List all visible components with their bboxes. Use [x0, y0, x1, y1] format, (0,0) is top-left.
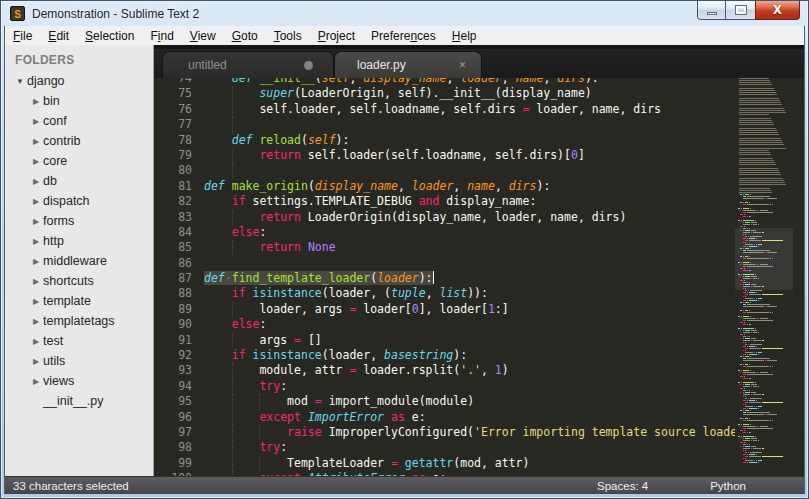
sidebar-item-http[interactable]: ▶http: [5, 231, 153, 251]
line-content: def·find_template_loader(loader):: [204, 271, 434, 286]
code-line-84[interactable]: 84 else:: [154, 225, 735, 240]
triangle-right-icon[interactable]: ▶: [29, 257, 43, 266]
sidebar-item-shortcuts[interactable]: ▶shortcuts: [5, 271, 153, 291]
sidebar-item-middleware[interactable]: ▶middleware: [5, 251, 153, 271]
line-number: 77: [154, 117, 204, 132]
tab-loader-py[interactable]: loader.py×: [334, 51, 482, 78]
sidebar-item-dispatch[interactable]: ▶dispatch: [5, 191, 153, 211]
triangle-right-icon[interactable]: ▶: [29, 377, 43, 386]
code-line-98[interactable]: 98 try:: [154, 440, 735, 455]
code-line-88[interactable]: 88 if isinstance(loader, (tuple, list)):: [154, 286, 735, 301]
code-line-94[interactable]: 94 try:: [154, 379, 735, 394]
code-lines: 74 def __init__(self, display_name, load…: [154, 78, 735, 476]
code-line-97[interactable]: 97 raise ImproperlyConfigured('Error imp…: [154, 425, 735, 440]
close-button[interactable]: X: [755, 1, 800, 20]
code-line-96[interactable]: 96 except ImportError as e:: [154, 410, 735, 425]
triangle-right-icon[interactable]: ▶: [29, 277, 43, 286]
code-line-100[interactable]: 100 except AttributeError as e:: [154, 471, 735, 476]
menu-project[interactable]: Project: [310, 28, 363, 44]
sidebar-item-forms[interactable]: ▶forms: [5, 211, 153, 231]
title-bar[interactable]: S Demonstration - Sublime Text 2 X: [1, 1, 808, 26]
line-number: 97: [154, 425, 204, 440]
selected-text: def·find_template_loader(loader):: [204, 271, 433, 285]
sidebar-item-test[interactable]: ▶test: [5, 331, 153, 351]
triangle-down-icon[interactable]: ▼: [13, 77, 27, 86]
menu-bar: FileEditSelectionFindViewGotoToolsProjec…: [5, 26, 804, 45]
line-content: except AttributeError as e:: [204, 471, 446, 476]
code-line-78[interactable]: 78 def reload(self):: [154, 133, 735, 148]
sidebar-item-bin[interactable]: ▶bin: [5, 91, 153, 111]
sidebar-item-templatetags[interactable]: ▶templatetags: [5, 311, 153, 331]
code-line-74[interactable]: 74 def __init__(self, display_name, load…: [154, 78, 735, 86]
code-line-89[interactable]: 89 loader, args = loader[0], loader[1:]: [154, 302, 735, 317]
menu-tools[interactable]: Tools: [266, 28, 310, 44]
tab-bar: untitledloader.py×: [154, 45, 804, 78]
menu-goto[interactable]: Goto: [224, 28, 266, 44]
sidebar-item-core[interactable]: ▶core: [5, 151, 153, 171]
menu-view[interactable]: View: [182, 28, 224, 44]
sidebar-item-views[interactable]: ▶views: [5, 371, 153, 391]
sidebar-item-contrib[interactable]: ▶contrib: [5, 131, 153, 151]
minimap-viewport[interactable]: [735, 228, 793, 290]
triangle-right-icon[interactable]: ▶: [29, 157, 43, 166]
minimap[interactable]: [735, 78, 793, 476]
sidebar-item-utils[interactable]: ▶utils: [5, 351, 153, 371]
menu-edit[interactable]: Edit: [40, 28, 77, 44]
sidebar-item-label: __init__.py: [43, 394, 103, 408]
menu-selection[interactable]: Selection: [77, 28, 142, 44]
triangle-right-icon[interactable]: ▶: [29, 337, 43, 346]
code-line-77[interactable]: 77: [154, 117, 735, 132]
sidebar-item--init-py[interactable]: __init__.py: [5, 391, 153, 411]
tab-close-icon[interactable]: ×: [459, 59, 466, 71]
triangle-right-icon[interactable]: ▶: [29, 217, 43, 226]
code-clip: 74 def __init__(self, display_name, load…: [154, 78, 735, 476]
code-line-95[interactable]: 95 mod = import_module(module): [154, 394, 735, 409]
line-number: 78: [154, 133, 204, 148]
code-line-82[interactable]: 82 if settings.TEMPLATE_DEBUG and displa…: [154, 194, 735, 209]
code-line-80[interactable]: 80: [154, 163, 735, 178]
sidebar-item-db[interactable]: ▶db: [5, 171, 153, 191]
line-content: raise ImproperlyConfigured('Error import…: [204, 425, 735, 440]
code-line-91[interactable]: 91 args = []: [154, 333, 735, 348]
maximize-button[interactable]: [726, 1, 755, 20]
triangle-right-icon[interactable]: ▶: [29, 117, 43, 126]
triangle-right-icon[interactable]: ▶: [29, 137, 43, 146]
sidebar-item-label: core: [43, 154, 67, 168]
triangle-right-icon[interactable]: ▶: [29, 177, 43, 186]
indent-setting[interactable]: Spaces: 4: [597, 480, 648, 492]
sidebar-item-django[interactable]: ▼django: [5, 71, 153, 91]
code-line-79[interactable]: 79 return self.loader(self.loadname, sel…: [154, 148, 735, 163]
code-line-81[interactable]: 81def make_origin(display_name, loader, …: [154, 179, 735, 194]
menu-help[interactable]: Help: [444, 28, 485, 44]
line-number: 82: [154, 194, 204, 209]
code-line-99[interactable]: 99 TemplateLoader = getattr(mod, attr): [154, 456, 735, 471]
dirty-dot-icon[interactable]: [304, 61, 313, 70]
sidebar-item-template[interactable]: ▶template: [5, 291, 153, 311]
triangle-right-icon[interactable]: ▶: [29, 357, 43, 366]
code-line-93[interactable]: 93 module, attr = loader.rsplit('.', 1): [154, 363, 735, 378]
triangle-right-icon[interactable]: ▶: [29, 97, 43, 106]
window-body: FileEditSelectionFindViewGotoToolsProjec…: [4, 26, 805, 494]
sidebar-item-conf[interactable]: ▶conf: [5, 111, 153, 131]
code-line-85[interactable]: 85 return None: [154, 240, 735, 255]
minimize-button[interactable]: [697, 1, 726, 20]
syntax-mode[interactable]: Python: [710, 480, 746, 492]
triangle-right-icon[interactable]: ▶: [29, 197, 43, 206]
code-line-86[interactable]: 86: [154, 256, 735, 271]
tab-untitled[interactable]: untitled: [162, 51, 334, 78]
code-line-87[interactable]: 87def·find_template_loader(loader):: [154, 271, 735, 286]
code-line-76[interactable]: 76 self.loader, self.loadname, self.dirs…: [154, 102, 735, 117]
tab-label: loader.py: [357, 58, 406, 72]
triangle-right-icon[interactable]: ▶: [29, 317, 43, 326]
code-line-90[interactable]: 90 else:: [154, 317, 735, 332]
menu-find[interactable]: Find: [142, 28, 181, 44]
triangle-right-icon[interactable]: ▶: [29, 297, 43, 306]
menu-preferences[interactable]: Preferences: [363, 28, 444, 44]
line-number: 80: [154, 163, 204, 178]
menu-file[interactable]: File: [5, 28, 40, 44]
triangle-right-icon[interactable]: ▶: [29, 237, 43, 246]
code-line-92[interactable]: 92 if isinstance(loader, basestring):: [154, 348, 735, 363]
code-area[interactable]: 74 def __init__(self, display_name, load…: [154, 78, 804, 476]
code-line-75[interactable]: 75 super(LoaderOrigin, self).__init__(di…: [154, 86, 735, 101]
code-line-83[interactable]: 83 return LoaderOrigin(display_name, loa…: [154, 210, 735, 225]
